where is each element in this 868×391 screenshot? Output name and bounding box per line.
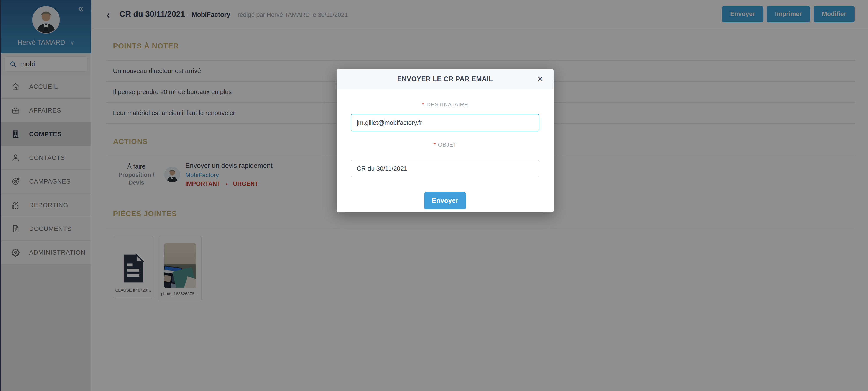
recipient-label: *DESTINATAIRE [337,101,554,108]
required-mark: * [434,141,436,148]
modal-header: ENVOYER LE CR PAR EMAIL ✕ [337,69,554,89]
text-cursor [384,118,384,127]
send-email-modal: ENVOYER LE CR PAR EMAIL ✕ *DESTINATAIRE … [337,69,554,213]
modal-title: ENVOYER LE CR PAR EMAIL [397,75,493,83]
close-icon[interactable]: ✕ [537,75,544,84]
recipient-input-wrap [351,114,539,132]
modal-send-button[interactable]: Envoyer [424,192,466,210]
subject-label: *OBJET [337,141,554,148]
app-window: « Hervé TAMARD ∨ [0,0,868,391]
required-mark: * [422,101,425,108]
subject-input-wrap [351,154,539,177]
recipient-input[interactable] [351,114,539,132]
subject-input[interactable] [351,160,539,177]
